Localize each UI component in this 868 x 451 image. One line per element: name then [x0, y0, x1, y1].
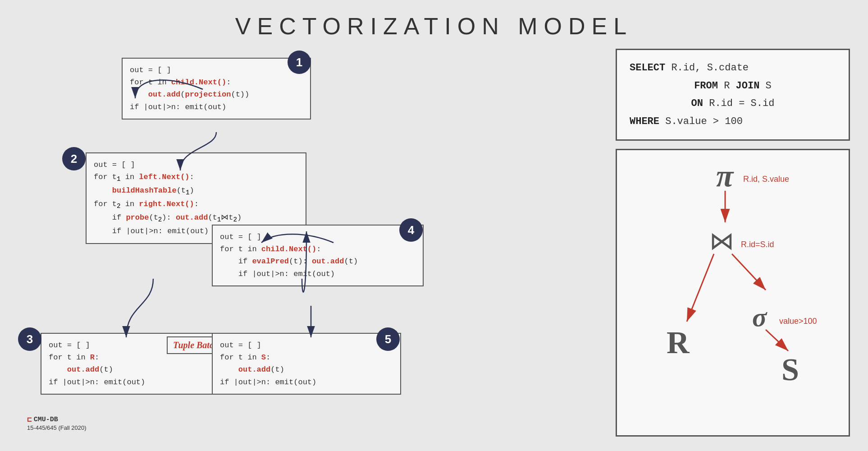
- svg-text:S: S: [781, 352, 799, 387]
- svg-text:R.id=S.id: R.id=S.id: [741, 240, 774, 249]
- right-panel: SELECT R.id, S.cdate FROM R JOIN S ON R.…: [616, 49, 850, 437]
- svg-text:value>100: value>100: [779, 317, 817, 326]
- step-number-3: 3: [18, 327, 41, 351]
- step-number-5: 5: [376, 327, 400, 351]
- code-box-5: out = [ ] for t in S: out.add(t) if |out…: [212, 333, 401, 395]
- step-number-4: 4: [399, 218, 423, 242]
- sql-panel: SELECT R.id, S.cdate FROM R JOIN S ON R.…: [616, 49, 850, 141]
- branding: ⊏ CMU-DB 15-445/645 (Fall 2020): [27, 414, 87, 431]
- code-box-1: out = [ ] for t in child.Next(): out.add…: [122, 58, 311, 120]
- step-number-1: 1: [288, 51, 311, 74]
- svg-text:R: R: [667, 325, 690, 360]
- diagram-area: out = [ ] for t in child.Next(): out.add…: [18, 49, 607, 437]
- svg-text:π: π: [716, 158, 734, 193]
- svg-text:σ: σ: [752, 302, 767, 332]
- code-box-4: out = [ ] for t in child.Next(): if eval…: [212, 225, 424, 286]
- page-title: VECTORIZATION MODEL: [0, 0, 868, 49]
- step-number-2: 2: [62, 147, 86, 170]
- svg-line-11: [766, 330, 788, 351]
- svg-text:R.id, S.value: R.id, S.value: [743, 175, 789, 184]
- tree-panel: π R.id, S.value ⋈ R.id=S.id R σ value>10…: [616, 149, 850, 437]
- svg-line-7: [732, 254, 766, 290]
- svg-text:⋈: ⋈: [709, 227, 734, 255]
- svg-line-6: [687, 254, 714, 322]
